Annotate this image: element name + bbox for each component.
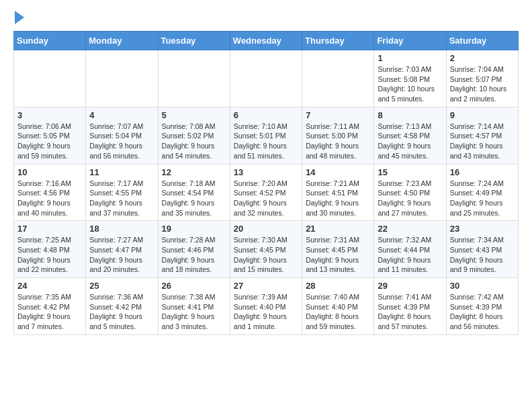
calendar-cell: 1Sunrise: 7:03 AM Sunset: 5:08 PM Daylig…: [374, 50, 446, 107]
day-number: 28: [306, 281, 370, 291]
calendar-cell: [86, 50, 158, 107]
calendar-cell: 30Sunrise: 7:42 AM Sunset: 4:39 PM Dayli…: [446, 278, 518, 335]
calendar-cell: 25Sunrise: 7:36 AM Sunset: 4:42 PM Dayli…: [86, 278, 158, 335]
day-number: 11: [89, 167, 154, 177]
day-number: 3: [17, 110, 82, 120]
logo-text: [13, 11, 24, 26]
day-number: 16: [450, 167, 515, 177]
day-number: 26: [162, 281, 226, 291]
calendar-cell: 13Sunrise: 7:20 AM Sunset: 4:52 PM Dayli…: [230, 164, 302, 221]
weekday-header-tuesday: Tuesday: [158, 32, 230, 50]
day-info: Sunrise: 7:16 AM Sunset: 4:56 PM Dayligh…: [17, 179, 82, 218]
day-number: 2: [450, 53, 515, 63]
weekday-header-wednesday: Wednesday: [230, 32, 302, 50]
day-number: 12: [162, 167, 226, 177]
calendar-table: SundayMondayTuesdayWednesdayThursdayFrid…: [13, 31, 519, 335]
day-info: Sunrise: 7:23 AM Sunset: 4:50 PM Dayligh…: [378, 179, 442, 218]
day-number: 30: [450, 281, 515, 291]
day-number: 4: [89, 110, 154, 120]
day-number: 27: [234, 281, 298, 291]
calendar-week-1: 1Sunrise: 7:03 AM Sunset: 5:08 PM Daylig…: [14, 50, 519, 107]
calendar-cell: 11Sunrise: 7:17 AM Sunset: 4:55 PM Dayli…: [86, 164, 158, 221]
calendar-cell: 26Sunrise: 7:38 AM Sunset: 4:41 PM Dayli…: [158, 278, 230, 335]
calendar-cell: 16Sunrise: 7:24 AM Sunset: 4:49 PM Dayli…: [446, 164, 518, 221]
day-info: Sunrise: 7:30 AM Sunset: 4:45 PM Dayligh…: [234, 235, 298, 275]
calendar-cell: 21Sunrise: 7:31 AM Sunset: 4:45 PM Dayli…: [302, 221, 374, 278]
weekday-header-saturday: Saturday: [446, 32, 518, 50]
calendar-cell: 14Sunrise: 7:21 AM Sunset: 4:51 PM Dayli…: [302, 164, 374, 221]
day-info: Sunrise: 7:36 AM Sunset: 4:42 PM Dayligh…: [89, 292, 154, 332]
day-info: Sunrise: 7:25 AM Sunset: 4:48 PM Dayligh…: [17, 235, 82, 275]
calendar-cell: 4Sunrise: 7:07 AM Sunset: 5:04 PM Daylig…: [86, 107, 158, 164]
day-info: Sunrise: 7:08 AM Sunset: 5:02 PM Dayligh…: [162, 122, 226, 161]
calendar-cell: 2Sunrise: 7:04 AM Sunset: 5:07 PM Daylig…: [446, 50, 518, 107]
calendar-header-row: SundayMondayTuesdayWednesdayThursdayFrid…: [14, 32, 519, 50]
day-number: 17: [17, 224, 82, 234]
calendar-cell: 6Sunrise: 7:10 AM Sunset: 5:01 PM Daylig…: [230, 107, 302, 164]
day-number: 24: [17, 281, 82, 291]
calendar-cell: 22Sunrise: 7:32 AM Sunset: 4:44 PM Dayli…: [374, 221, 446, 278]
calendar-cell: 9Sunrise: 7:14 AM Sunset: 4:57 PM Daylig…: [446, 107, 518, 164]
day-info: Sunrise: 7:10 AM Sunset: 5:01 PM Dayligh…: [234, 122, 298, 161]
day-number: 19: [162, 224, 226, 234]
day-info: Sunrise: 7:40 AM Sunset: 4:40 PM Dayligh…: [306, 292, 370, 332]
day-number: 10: [17, 167, 82, 177]
calendar-week-2: 3Sunrise: 7:06 AM Sunset: 5:05 PM Daylig…: [14, 107, 519, 164]
calendar-cell: 18Sunrise: 7:27 AM Sunset: 4:47 PM Dayli…: [86, 221, 158, 278]
calendar-week-3: 10Sunrise: 7:16 AM Sunset: 4:56 PM Dayli…: [14, 164, 519, 221]
day-info: Sunrise: 7:20 AM Sunset: 4:52 PM Dayligh…: [234, 179, 298, 218]
day-info: Sunrise: 7:27 AM Sunset: 4:47 PM Dayligh…: [89, 235, 154, 275]
day-info: Sunrise: 7:03 AM Sunset: 5:08 PM Dayligh…: [378, 64, 442, 104]
weekday-header-sunday: Sunday: [14, 32, 86, 50]
header: [13, 11, 519, 26]
calendar-cell: 23Sunrise: 7:34 AM Sunset: 4:43 PM Dayli…: [446, 221, 518, 278]
day-number: 7: [306, 110, 370, 120]
day-number: 8: [378, 110, 442, 120]
day-number: 14: [306, 167, 370, 177]
day-number: 6: [234, 110, 298, 120]
day-number: 1: [378, 53, 442, 63]
day-info: Sunrise: 7:17 AM Sunset: 4:55 PM Dayligh…: [89, 179, 154, 218]
calendar-cell: 20Sunrise: 7:30 AM Sunset: 4:45 PM Dayli…: [230, 221, 302, 278]
day-info: Sunrise: 7:42 AM Sunset: 4:39 PM Dayligh…: [450, 292, 515, 332]
day-info: Sunrise: 7:31 AM Sunset: 4:45 PM Dayligh…: [306, 235, 370, 275]
day-number: 20: [234, 224, 298, 234]
calendar-cell: 7Sunrise: 7:11 AM Sunset: 5:00 PM Daylig…: [302, 107, 374, 164]
day-info: Sunrise: 7:41 AM Sunset: 4:39 PM Dayligh…: [378, 292, 442, 332]
calendar-cell: [14, 50, 86, 107]
day-info: Sunrise: 7:28 AM Sunset: 4:46 PM Dayligh…: [162, 235, 226, 275]
calendar-week-5: 24Sunrise: 7:35 AM Sunset: 4:42 PM Dayli…: [14, 278, 519, 335]
day-number: 21: [306, 224, 370, 234]
day-number: 18: [89, 224, 154, 234]
day-number: 25: [89, 281, 154, 291]
day-info: Sunrise: 7:06 AM Sunset: 5:05 PM Dayligh…: [17, 122, 82, 161]
day-info: Sunrise: 7:11 AM Sunset: 5:00 PM Dayligh…: [306, 122, 370, 161]
day-number: 13: [234, 167, 298, 177]
calendar-cell: 27Sunrise: 7:39 AM Sunset: 4:40 PM Dayli…: [230, 278, 302, 335]
day-info: Sunrise: 7:14 AM Sunset: 4:57 PM Dayligh…: [450, 122, 515, 161]
calendar-cell: 12Sunrise: 7:18 AM Sunset: 4:54 PM Dayli…: [158, 164, 230, 221]
day-info: Sunrise: 7:38 AM Sunset: 4:41 PM Dayligh…: [162, 292, 226, 332]
day-info: Sunrise: 7:18 AM Sunset: 4:54 PM Dayligh…: [162, 179, 226, 218]
calendar-cell: 19Sunrise: 7:28 AM Sunset: 4:46 PM Dayli…: [158, 221, 230, 278]
day-info: Sunrise: 7:07 AM Sunset: 5:04 PM Dayligh…: [89, 122, 154, 161]
weekday-header-monday: Monday: [86, 32, 158, 50]
calendar-cell: 17Sunrise: 7:25 AM Sunset: 4:48 PM Dayli…: [14, 221, 86, 278]
day-number: 29: [378, 281, 442, 291]
day-info: Sunrise: 7:34 AM Sunset: 4:43 PM Dayligh…: [450, 235, 515, 275]
page: SundayMondayTuesdayWednesdayThursdayFrid…: [0, 0, 532, 342]
calendar-cell: 29Sunrise: 7:41 AM Sunset: 4:39 PM Dayli…: [374, 278, 446, 335]
day-info: Sunrise: 7:13 AM Sunset: 4:58 PM Dayligh…: [378, 122, 442, 161]
calendar-cell: [158, 50, 230, 107]
day-number: 5: [162, 110, 226, 120]
calendar-cell: 10Sunrise: 7:16 AM Sunset: 4:56 PM Dayli…: [14, 164, 86, 221]
day-info: Sunrise: 7:24 AM Sunset: 4:49 PM Dayligh…: [450, 179, 515, 218]
day-info: Sunrise: 7:21 AM Sunset: 4:51 PM Dayligh…: [306, 179, 370, 218]
calendar-cell: [302, 50, 374, 107]
calendar-cell: 3Sunrise: 7:06 AM Sunset: 5:05 PM Daylig…: [14, 107, 86, 164]
calendar-cell: 24Sunrise: 7:35 AM Sunset: 4:42 PM Dayli…: [14, 278, 86, 335]
day-info: Sunrise: 7:35 AM Sunset: 4:42 PM Dayligh…: [17, 292, 82, 332]
calendar-cell: [230, 50, 302, 107]
weekday-header-thursday: Thursday: [302, 32, 374, 50]
calendar-cell: 5Sunrise: 7:08 AM Sunset: 5:02 PM Daylig…: [158, 107, 230, 164]
